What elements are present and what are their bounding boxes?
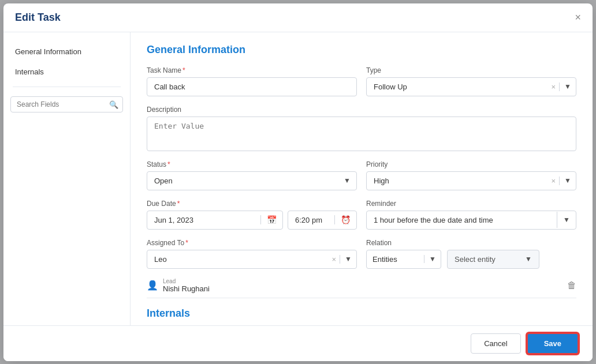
status-select[interactable]: Open ▼ [147, 171, 357, 190]
type-value: Follow Up [367, 78, 548, 96]
reminder-label: Reminder [366, 200, 576, 208]
sidebar-divider [13, 87, 121, 87]
description-label: Description [147, 106, 576, 114]
reminder-arrow-icon[interactable]: ▼ [557, 216, 576, 224]
person-icon: 👤 [147, 280, 158, 291]
sidebar: General Information Internals 🔍 [3, 32, 131, 325]
due-time-input[interactable]: 6:20 pm ⏰ [288, 211, 357, 230]
group-status: Status* Open ▼ [147, 160, 357, 190]
modal-header: Edit Task × [3, 3, 593, 32]
task-name-label: Task Name* [147, 66, 357, 74]
main-content: General Information Task Name* Type Foll… [131, 32, 593, 325]
due-date-label: Due Date* [147, 200, 357, 208]
group-type: Type Follow Up × ▼ [366, 66, 576, 96]
type-clear-icon[interactable]: × [548, 82, 560, 91]
group-priority: Priority High × ▼ [366, 160, 576, 190]
due-date-value: Jun 1, 2023 [147, 211, 260, 229]
search-fields-input[interactable] [10, 96, 123, 112]
group-due-date: Due Date* Jun 1, 2023 📅 6:20 pm ⏰ [147, 200, 357, 230]
priority-clear-icon[interactable]: × [548, 177, 560, 185]
sidebar-item-internals[interactable]: Internals [3, 62, 130, 82]
modal-title: Edit Task [15, 12, 61, 24]
search-fields-container: 🔍 [10, 96, 123, 112]
search-fields-wrapper: 🔍 [3, 92, 130, 117]
delete-lead-icon[interactable]: 🗑 [567, 280, 576, 291]
section-title-internals: Internals [147, 298, 576, 320]
type-label: Type [366, 66, 576, 74]
group-assigned-to: Assigned To* Leo × ▼ [147, 239, 357, 269]
save-button[interactable]: Save [527, 333, 579, 354]
assigned-arrow-icon[interactable]: ▼ [340, 255, 356, 263]
relation-label: Relation [366, 239, 576, 247]
priority-arrow-icon[interactable]: ▼ [560, 177, 576, 185]
entities-value: Entities [367, 250, 424, 268]
modal-overlay: Edit Task × General Information Internal… [0, 0, 596, 364]
lead-info: Lead Nishi Rughani [163, 278, 210, 293]
due-date-input[interactable]: Jun 1, 2023 📅 [147, 211, 283, 230]
edit-task-modal: Edit Task × General Information Internal… [3, 3, 593, 361]
group-task-name: Task Name* [147, 66, 357, 96]
reminder-select[interactable]: 1 hour before the due date and time ▼ [366, 211, 576, 230]
row-due-reminder: Due Date* Jun 1, 2023 📅 6:20 pm ⏰ [147, 200, 576, 230]
priority-select[interactable]: High × ▼ [366, 171, 576, 190]
assigned-to-label: Assigned To* [147, 239, 357, 247]
status-value: Open [147, 172, 338, 190]
close-button[interactable]: × [575, 12, 581, 22]
entities-select[interactable]: Entities ▼ [366, 250, 441, 269]
assigned-to-select[interactable]: Leo × ▼ [147, 250, 357, 269]
clock-icon[interactable]: ⏰ [334, 215, 356, 224]
status-arrow-icon[interactable]: ▼ [338, 172, 356, 189]
assigned-clear-icon[interactable]: × [329, 255, 341, 264]
priority-value: High [367, 172, 548, 190]
modal-body: General Information Internals 🔍 General … [3, 32, 593, 325]
type-arrow-icon[interactable]: ▼ [560, 82, 576, 91]
priority-label: Priority [366, 160, 576, 168]
due-time-value: 6:20 pm [288, 211, 334, 229]
reminder-value: 1 hour before the due date and time [367, 211, 557, 229]
lead-name: Nishi Rughani [163, 284, 210, 293]
row-description: Description [147, 106, 576, 151]
group-reminder: Reminder 1 hour before the due date and … [366, 200, 576, 230]
group-description: Description [147, 106, 576, 151]
lead-row: 👤 Lead Nishi Rughani 🗑 [147, 278, 576, 293]
lead-label: Lead [163, 278, 210, 284]
section-title-general: General Information [147, 44, 576, 56]
select-entity-button[interactable]: Select entity ▼ [447, 250, 539, 269]
select-entity-label: Select entity [455, 255, 496, 264]
row-task-type: Task Name* Type Follow Up × ▼ [147, 66, 576, 96]
row-assigned-relation: Assigned To* Leo × ▼ Relation Entities [147, 239, 576, 269]
task-name-input[interactable] [147, 77, 357, 96]
status-label: Status* [147, 160, 357, 168]
relation-row: Entities ▼ Select entity ▼ [366, 250, 576, 269]
group-relation: Relation Entities ▼ Select entity ▼ [366, 239, 576, 269]
row-status-priority: Status* Open ▼ Priority High × ▼ [147, 160, 576, 190]
type-select[interactable]: Follow Up × ▼ [366, 77, 576, 96]
sidebar-item-general[interactable]: General Information [3, 42, 130, 62]
assigned-to-value: Leo [147, 250, 329, 268]
entities-arrow-icon[interactable]: ▼ [424, 255, 441, 263]
modal-footer: Cancel Save [3, 325, 593, 361]
search-icon: 🔍 [109, 100, 118, 108]
select-entity-arrow-icon[interactable]: ▼ [525, 255, 532, 263]
calendar-icon[interactable]: 📅 [260, 215, 282, 224]
cancel-button[interactable]: Cancel [471, 333, 520, 354]
description-input[interactable] [147, 117, 576, 151]
